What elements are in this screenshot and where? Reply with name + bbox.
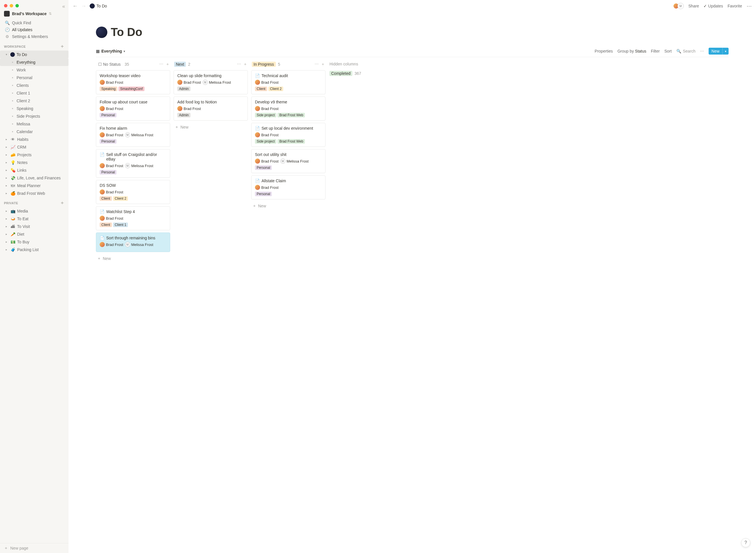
- sidebar-item[interactable]: ▸💵To Buy: [0, 238, 69, 246]
- add-page-icon[interactable]: ＋: [60, 44, 65, 50]
- chevron-right-icon[interactable]: ▸: [4, 153, 9, 156]
- sidebar-item[interactable]: ▸📺Media: [0, 207, 69, 215]
- board-card[interactable]: 📄Sort through remaining bins Brad FrostM…: [96, 233, 170, 252]
- sidebar-item[interactable]: ▸🍛To Eat: [0, 215, 69, 223]
- window-min-dot[interactable]: [10, 4, 13, 7]
- chevron-down-icon[interactable]: ▾: [4, 53, 9, 56]
- sort-button[interactable]: Sort: [664, 49, 672, 54]
- column-more-icon[interactable]: ⋯: [237, 62, 241, 67]
- column-tag[interactable]: Next: [174, 62, 186, 67]
- chevron-right-icon[interactable]: ▸: [4, 184, 9, 187]
- share-button[interactable]: Share: [688, 4, 699, 8]
- sidebar-item[interactable]: ▸📈CRM: [0, 143, 69, 151]
- page-emoji[interactable]: [96, 26, 107, 38]
- groupby-button[interactable]: Group by Status: [618, 49, 646, 54]
- view-more-icon[interactable]: ⋯: [700, 49, 704, 54]
- sidebar-subitem[interactable]: •Melissa: [0, 120, 69, 128]
- quick-find[interactable]: 🔍 Quick Find: [2, 19, 66, 26]
- sidebar-item[interactable]: ▸💊Links: [0, 166, 69, 174]
- board-card[interactable]: DS SOW Brad Frost ClientClient 2: [96, 180, 170, 204]
- person-name: Brad Frost: [106, 133, 123, 137]
- presence-avatars[interactable]: M: [675, 3, 684, 9]
- chevron-right-icon[interactable]: ▸: [4, 161, 9, 164]
- column-more-icon[interactable]: ⋯: [315, 62, 318, 67]
- board-card[interactable]: Sort out utility shit Brad FrostMMelissa…: [251, 149, 325, 173]
- chevron-right-icon[interactable]: ▸: [4, 192, 9, 195]
- board-card[interactable]: Follow up about court case Brad Frost Pe…: [96, 96, 170, 121]
- settings-members[interactable]: ⚙ Settings & Members: [2, 33, 66, 40]
- chevron-right-icon[interactable]: ▸: [4, 233, 9, 236]
- sidebar-subitem[interactable]: •Side Projects: [0, 112, 69, 120]
- sidebar-subitem[interactable]: •Speaking: [0, 104, 69, 112]
- board-card[interactable]: Add food log to Notion Brad Frost Admin: [174, 96, 248, 121]
- sidebar-collapse-icon[interactable]: «: [62, 3, 65, 9]
- filter-button[interactable]: Filter: [651, 49, 660, 54]
- more-icon[interactable]: ⋯: [747, 3, 752, 9]
- column-add-icon[interactable]: ＋: [166, 62, 170, 67]
- column-add-icon[interactable]: ＋: [243, 62, 247, 67]
- sidebar-subitem[interactable]: •Calendar: [0, 128, 69, 135]
- board-card[interactable]: 📄Watchlist Step 4 Brad Frost ClientClien…: [96, 206, 170, 230]
- board-card[interactable]: 📄Technical audit Brad Frost ClientClient…: [251, 70, 325, 94]
- search-button[interactable]: 🔍 Search: [676, 49, 695, 54]
- add-card-button[interactable]: ＋New: [251, 202, 325, 210]
- column-add-icon[interactable]: ＋: [321, 62, 325, 67]
- add-card-button[interactable]: ＋New: [174, 123, 248, 132]
- window-max-dot[interactable]: [15, 4, 19, 7]
- add-card-button[interactable]: ＋New: [96, 254, 170, 263]
- sidebar-subitem[interactable]: •Everything: [0, 58, 69, 66]
- chevron-right-icon[interactable]: ▸: [4, 248, 9, 251]
- new-button-chevron-icon[interactable]: ▾: [722, 48, 729, 55]
- sidebar-item[interactable]: ▸🍽Meal Planner: [0, 182, 69, 189]
- chevron-right-icon[interactable]: ▸: [4, 209, 9, 213]
- all-updates[interactable]: 🕘 All Updates: [2, 26, 66, 33]
- chevron-right-icon[interactable]: ▸: [4, 168, 9, 172]
- new-page-button[interactable]: ＋ New page: [0, 543, 69, 553]
- board-card[interactable]: Workshop teaser video Brad Frost Speakin…: [96, 70, 170, 94]
- sidebar-subitem[interactable]: •Personal: [0, 74, 69, 81]
- board-card[interactable]: 📄Sell stuff on Craigslist and/or eBay Br…: [96, 149, 170, 178]
- chevron-right-icon[interactable]: ▸: [4, 240, 9, 243]
- board-card[interactable]: Clean up slide formatting Brad FrostMMel…: [174, 70, 248, 94]
- hidden-columns-label[interactable]: Hidden columns: [329, 61, 403, 67]
- chevron-right-icon[interactable]: ▸: [4, 138, 9, 141]
- board-card[interactable]: Fix home alarm Brad FrostMMelissa Frost …: [96, 123, 170, 147]
- page-title[interactable]: To Do: [111, 26, 142, 38]
- sidebar-item[interactable]: ▸💡Notes: [0, 159, 69, 166]
- sidebar-item[interactable]: ▸🥕Diet: [0, 230, 69, 238]
- chevron-right-icon[interactable]: ▸: [4, 225, 9, 228]
- add-private-page-icon[interactable]: ＋: [60, 200, 65, 206]
- sidebar-subitem[interactable]: •Clients: [0, 81, 69, 89]
- sidebar-item[interactable]: ▸🏙To Visit: [0, 223, 69, 230]
- chevron-right-icon[interactable]: ▸: [4, 217, 9, 220]
- view-picker[interactable]: ▦ Everything ▾: [96, 49, 125, 54]
- sidebar-subitem[interactable]: •Client 2: [0, 97, 69, 104]
- chevron-right-icon[interactable]: ▸: [4, 145, 9, 149]
- sidebar-item[interactable]: ▸💸Life, Love, and Finances: [0, 174, 69, 182]
- board-card[interactable]: Develop v9 theme Brad Frost Side project…: [251, 96, 325, 121]
- board-card[interactable]: 📄Set up local dev environment Brad Frost…: [251, 123, 325, 147]
- breadcrumb[interactable]: To Do: [90, 3, 107, 9]
- help-button[interactable]: ?: [741, 538, 750, 547]
- column-tag[interactable]: ☐ No Status: [96, 62, 122, 67]
- column-tag[interactable]: In Progress: [252, 62, 276, 67]
- sidebar-subitem[interactable]: •Work: [0, 66, 69, 74]
- sidebar-item-todo[interactable]: ▾To Do: [0, 51, 69, 58]
- sidebar-item[interactable]: ▸👁Habits: [0, 135, 69, 143]
- nav-forward-icon[interactable]: →: [81, 3, 86, 9]
- chevron-right-icon[interactable]: ▸: [4, 176, 9, 179]
- nav-back-icon[interactable]: ←: [73, 3, 78, 9]
- column-more-icon[interactable]: ⋯: [159, 62, 163, 67]
- sidebar-item[interactable]: ▸🧀Projects: [0, 151, 69, 159]
- sidebar-item[interactable]: ▸🧳Packing List: [0, 246, 69, 253]
- properties-button[interactable]: Properties: [595, 49, 613, 54]
- workspace-switcher[interactable]: Brad's Workspace ⇅: [0, 10, 69, 19]
- board-card[interactable]: 📄Allstate Claim Brad Frost Personal: [251, 175, 325, 200]
- sidebar-item[interactable]: ▸🍊Brad Frost Web: [0, 189, 69, 197]
- new-button[interactable]: New ▾: [708, 48, 729, 55]
- hidden-column-row[interactable]: Completed 367: [329, 70, 403, 77]
- sidebar-subitem[interactable]: •Client 1: [0, 89, 69, 97]
- favorite-button[interactable]: Favorite: [728, 4, 742, 8]
- window-close-dot[interactable]: [4, 4, 7, 7]
- updates-button[interactable]: Updates: [703, 4, 723, 8]
